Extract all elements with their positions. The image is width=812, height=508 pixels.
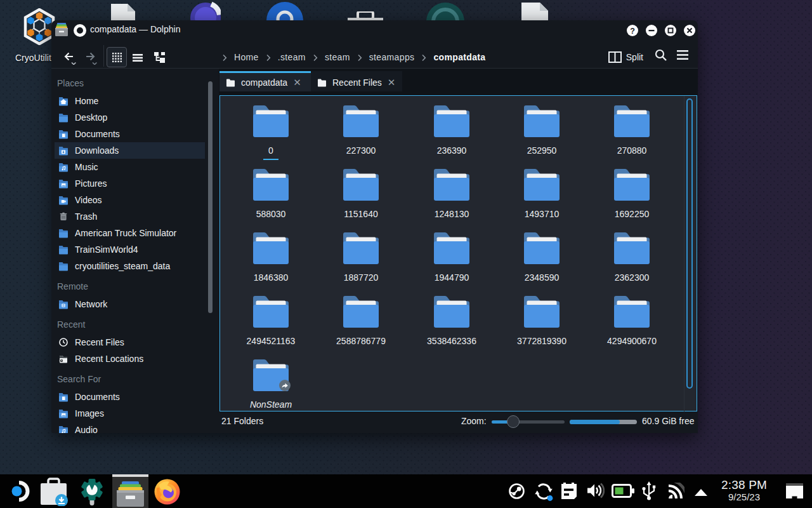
svg-text:?: ?: [630, 27, 635, 36]
